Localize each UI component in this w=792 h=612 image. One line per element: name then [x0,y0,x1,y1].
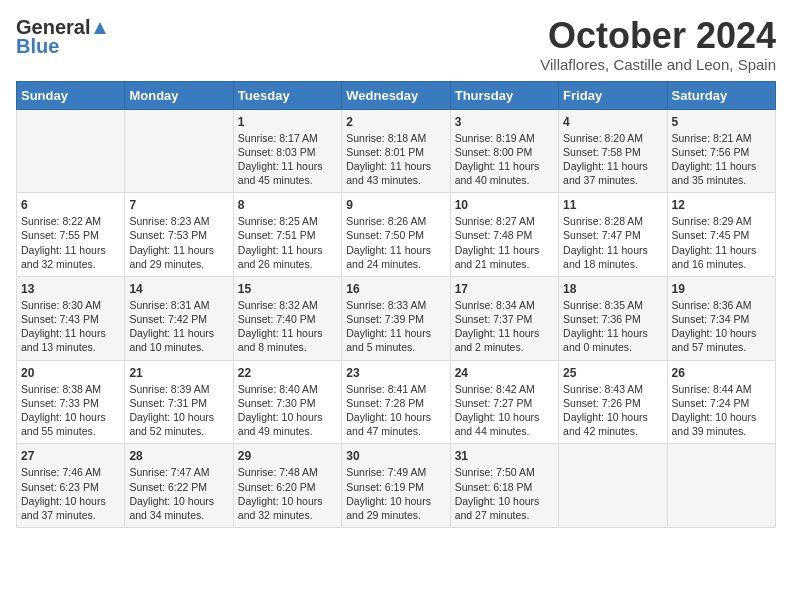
cell-content: Sunrise: 8:17 AMSunset: 8:03 PMDaylight:… [238,131,337,188]
cell-content: Sunrise: 8:38 AMSunset: 7:33 PMDaylight:… [21,382,120,439]
cell-content: Sunrise: 8:34 AMSunset: 7:37 PMDaylight:… [455,298,554,355]
cell-content: Sunrise: 8:40 AMSunset: 7:30 PMDaylight:… [238,382,337,439]
day-number: 13 [21,282,120,296]
calendar-cell: 17Sunrise: 8:34 AMSunset: 7:37 PMDayligh… [450,276,558,360]
day-number: 25 [563,366,662,380]
cell-content: Sunrise: 8:32 AMSunset: 7:40 PMDaylight:… [238,298,337,355]
calendar-cell: 22Sunrise: 8:40 AMSunset: 7:30 PMDayligh… [233,360,341,444]
day-number: 6 [21,198,120,212]
day-number: 21 [129,366,228,380]
cell-content: Sunrise: 8:26 AMSunset: 7:50 PMDaylight:… [346,214,445,271]
cell-content: Sunrise: 7:50 AMSunset: 6:18 PMDaylight:… [455,465,554,522]
calendar-cell: 9Sunrise: 8:26 AMSunset: 7:50 PMDaylight… [342,193,450,277]
calendar-table: SundayMondayTuesdayWednesdayThursdayFrid… [16,81,776,528]
day-number: 14 [129,282,228,296]
calendar-week-row: 20Sunrise: 8:38 AMSunset: 7:33 PMDayligh… [17,360,776,444]
day-number: 2 [346,115,445,129]
cell-content: Sunrise: 8:29 AMSunset: 7:45 PMDaylight:… [672,214,771,271]
calendar-cell: 1Sunrise: 8:17 AMSunset: 8:03 PMDaylight… [233,109,341,193]
cell-content: Sunrise: 8:22 AMSunset: 7:55 PMDaylight:… [21,214,120,271]
day-number: 10 [455,198,554,212]
calendar-cell: 30Sunrise: 7:49 AMSunset: 6:19 PMDayligh… [342,444,450,528]
day-number: 20 [21,366,120,380]
cell-content: Sunrise: 8:27 AMSunset: 7:48 PMDaylight:… [455,214,554,271]
cell-content: Sunrise: 7:46 AMSunset: 6:23 PMDaylight:… [21,465,120,522]
day-number: 5 [672,115,771,129]
calendar-week-row: 27Sunrise: 7:46 AMSunset: 6:23 PMDayligh… [17,444,776,528]
calendar-cell [17,109,125,193]
day-number: 12 [672,198,771,212]
calendar-cell: 11Sunrise: 8:28 AMSunset: 7:47 PMDayligh… [559,193,667,277]
day-number: 17 [455,282,554,296]
day-number: 15 [238,282,337,296]
calendar-cell: 4Sunrise: 8:20 AMSunset: 7:58 PMDaylight… [559,109,667,193]
cell-content: Sunrise: 8:33 AMSunset: 7:39 PMDaylight:… [346,298,445,355]
calendar-cell: 24Sunrise: 8:42 AMSunset: 7:27 PMDayligh… [450,360,558,444]
calendar-cell: 23Sunrise: 8:41 AMSunset: 7:28 PMDayligh… [342,360,450,444]
calendar-cell: 13Sunrise: 8:30 AMSunset: 7:43 PMDayligh… [17,276,125,360]
calendar-cell: 29Sunrise: 7:48 AMSunset: 6:20 PMDayligh… [233,444,341,528]
calendar-cell: 8Sunrise: 8:25 AMSunset: 7:51 PMDaylight… [233,193,341,277]
cell-content: Sunrise: 8:25 AMSunset: 7:51 PMDaylight:… [238,214,337,271]
calendar-cell: 14Sunrise: 8:31 AMSunset: 7:42 PMDayligh… [125,276,233,360]
cell-content: Sunrise: 8:19 AMSunset: 8:00 PMDaylight:… [455,131,554,188]
day-header-monday: Monday [125,81,233,109]
calendar-header-row: SundayMondayTuesdayWednesdayThursdayFrid… [17,81,776,109]
cell-content: Sunrise: 8:35 AMSunset: 7:36 PMDaylight:… [563,298,662,355]
day-number: 26 [672,366,771,380]
cell-content: Sunrise: 8:41 AMSunset: 7:28 PMDaylight:… [346,382,445,439]
cell-content: Sunrise: 8:43 AMSunset: 7:26 PMDaylight:… [563,382,662,439]
day-number: 3 [455,115,554,129]
day-number: 28 [129,449,228,463]
cell-content: Sunrise: 8:36 AMSunset: 7:34 PMDaylight:… [672,298,771,355]
logo-icon [92,20,108,36]
day-number: 23 [346,366,445,380]
cell-content: Sunrise: 8:39 AMSunset: 7:31 PMDaylight:… [129,382,228,439]
calendar-cell: 12Sunrise: 8:29 AMSunset: 7:45 PMDayligh… [667,193,775,277]
day-number: 4 [563,115,662,129]
calendar-cell: 15Sunrise: 8:32 AMSunset: 7:40 PMDayligh… [233,276,341,360]
calendar-cell: 5Sunrise: 8:21 AMSunset: 7:56 PMDaylight… [667,109,775,193]
calendar-cell: 28Sunrise: 7:47 AMSunset: 6:22 PMDayligh… [125,444,233,528]
title-block: October 2024 Villaflores, Castille and L… [540,16,776,73]
cell-content: Sunrise: 8:30 AMSunset: 7:43 PMDaylight:… [21,298,120,355]
cell-content: Sunrise: 8:21 AMSunset: 7:56 PMDaylight:… [672,131,771,188]
day-header-thursday: Thursday [450,81,558,109]
day-number: 31 [455,449,554,463]
day-header-wednesday: Wednesday [342,81,450,109]
calendar-cell: 27Sunrise: 7:46 AMSunset: 6:23 PMDayligh… [17,444,125,528]
day-header-friday: Friday [559,81,667,109]
calendar-cell: 25Sunrise: 8:43 AMSunset: 7:26 PMDayligh… [559,360,667,444]
calendar-cell: 7Sunrise: 8:23 AMSunset: 7:53 PMDaylight… [125,193,233,277]
cell-content: Sunrise: 8:18 AMSunset: 8:01 PMDaylight:… [346,131,445,188]
day-number: 11 [563,198,662,212]
calendar-cell [559,444,667,528]
calendar-cell: 19Sunrise: 8:36 AMSunset: 7:34 PMDayligh… [667,276,775,360]
cell-content: Sunrise: 7:49 AMSunset: 6:19 PMDaylight:… [346,465,445,522]
calendar-week-row: 1Sunrise: 8:17 AMSunset: 8:03 PMDaylight… [17,109,776,193]
day-header-saturday: Saturday [667,81,775,109]
day-header-sunday: Sunday [17,81,125,109]
svg-marker-0 [94,22,106,34]
calendar-cell: 18Sunrise: 8:35 AMSunset: 7:36 PMDayligh… [559,276,667,360]
cell-content: Sunrise: 8:20 AMSunset: 7:58 PMDaylight:… [563,131,662,188]
location: Villaflores, Castille and Leon, Spain [540,56,776,73]
day-number: 19 [672,282,771,296]
day-number: 1 [238,115,337,129]
month-title: October 2024 [540,16,776,56]
calendar-cell: 21Sunrise: 8:39 AMSunset: 7:31 PMDayligh… [125,360,233,444]
cell-content: Sunrise: 8:42 AMSunset: 7:27 PMDaylight:… [455,382,554,439]
cell-content: Sunrise: 8:31 AMSunset: 7:42 PMDaylight:… [129,298,228,355]
cell-content: Sunrise: 8:23 AMSunset: 7:53 PMDaylight:… [129,214,228,271]
calendar-cell: 16Sunrise: 8:33 AMSunset: 7:39 PMDayligh… [342,276,450,360]
day-header-tuesday: Tuesday [233,81,341,109]
calendar-week-row: 13Sunrise: 8:30 AMSunset: 7:43 PMDayligh… [17,276,776,360]
cell-content: Sunrise: 8:28 AMSunset: 7:47 PMDaylight:… [563,214,662,271]
day-number: 29 [238,449,337,463]
day-number: 9 [346,198,445,212]
calendar-cell: 2Sunrise: 8:18 AMSunset: 8:01 PMDaylight… [342,109,450,193]
calendar-cell: 6Sunrise: 8:22 AMSunset: 7:55 PMDaylight… [17,193,125,277]
logo: General Blue [16,16,108,58]
day-number: 8 [238,198,337,212]
logo-blue: Blue [16,35,59,58]
